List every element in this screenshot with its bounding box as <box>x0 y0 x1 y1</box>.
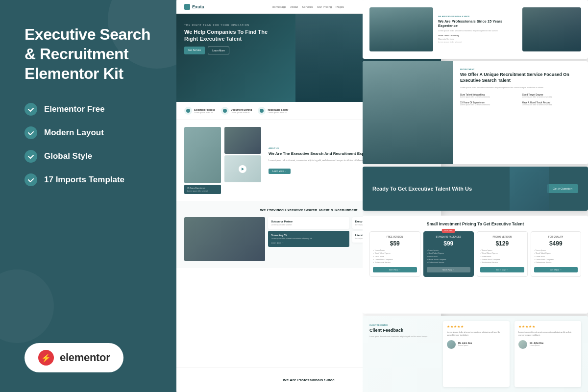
feature-target: Good Target Degree Lorem ipsum dolor sit… <box>522 94 582 98</box>
features-list: Elementor Free Modern Layout Global Styl… <box>24 103 157 186</box>
testimonials-left: CLIENT FEEDBACK Client Feedback Lorem ip… <box>369 321 438 387</box>
pricing-card-standard: POPULAR STANDARD PACKAGES $99 ✓ Lorem Ip… <box>423 231 474 277</box>
author-role-1: Lorem Ipsum <box>458 344 472 346</box>
avatar-1 <box>447 340 456 349</box>
testimonial-author-1: Mr. John Doe Lorem Ipsum <box>447 340 506 349</box>
process-icon-3 <box>258 107 266 115</box>
testimonial-card-2: ★★★★★ Lorem ipsum dolor sit amet consect… <box>514 321 581 387</box>
elementor-logo-icon: ⚡ <box>38 350 54 366</box>
feature-item-2: Modern Layout <box>24 126 157 139</box>
pricing-cards: FREE VERSION $59 ✓ Lorem Ipsum ✓ Good Ta… <box>369 231 581 277</box>
professionals-tag: WE ARE PROFESSIONALS SINCE <box>438 15 517 18</box>
recruitment-img <box>363 61 453 164</box>
right-screenshots: WE ARE PROFESSIONALS SINCE We Are Profes… <box>363 0 588 392</box>
hero-buttons: Get Service Learn More <box>184 47 433 54</box>
service-card-screening: Screening CV Lorem ipsum dolor sit amet … <box>268 231 349 247</box>
quality-plan-btn[interactable]: Get It Now → <box>534 267 578 272</box>
testimonial-card-1: ★★★★★ Lorem ipsum dolor sit amet consect… <box>443 321 510 387</box>
about-img-top <box>224 127 261 154</box>
process-item-3: Negotiable Salary Lorem ipsum dolor sit <box>258 107 288 115</box>
standard-plan-btn[interactable]: Get It Now → <box>427 267 471 272</box>
right-panel: Exuta Homepage About Services Our Pricin… <box>176 0 588 392</box>
recruitment-tag: RECRUITMENT <box>460 68 581 71</box>
cta-button[interactable]: Get A Question <box>547 184 578 193</box>
stars-1: ★★★★★ <box>447 325 506 329</box>
feature-item-4: 17 Imports Template <box>24 173 157 186</box>
professionals-img-2 <box>522 7 581 51</box>
pricing-card-promo: PROMO VERSION $129 ✓ Lorem Ipsum ✓ Good … <box>477 231 528 277</box>
about-img-bottom <box>224 155 261 182</box>
service-hero-img <box>184 217 265 261</box>
testimonials-desc: Lorem ipsum dolor sit amet consectetur a… <box>369 336 438 339</box>
author-role-2: Lorem Ipsum <box>530 344 543 346</box>
check-icon-2 <box>24 126 37 139</box>
good-talent-desc: Lorem ipsum dolor sit amet <box>438 41 517 44</box>
site-logo-icon <box>184 4 190 10</box>
hero-primary-btn[interactable]: Get Service <box>184 47 205 54</box>
hero-secondary-btn[interactable]: Learn More <box>208 47 229 54</box>
years-badge: 15 Years Experience Lorem ipsum dolor si… <box>184 185 221 194</box>
testimonials-title: Client Feedback <box>369 328 438 334</box>
recruitment-content: RECRUITMENT We Offer A Unique Recruitmen… <box>453 61 588 164</box>
professionals-content: WE ARE PROFESSIONALS SINCE We Are Profes… <box>438 15 517 44</box>
service-col-1 <box>184 217 265 261</box>
check-icon-1 <box>24 103 37 116</box>
hero-title: We Help Companies To Find The Right Exec… <box>184 28 282 43</box>
feature-item-3: Global Style <box>24 150 157 163</box>
about-images: 15 Years Experience Lorem ipsum dolor si… <box>184 127 263 194</box>
process-icon-1 <box>184 107 192 115</box>
testimonial-author-2: Mr. John Doe Lorem Ipsum <box>518 340 577 349</box>
elementor-badge: ⚡ elementor <box>24 343 123 372</box>
preview-area: Exuta Homepage About Services Our Pricin… <box>176 0 588 392</box>
professionals-desc: Lorem ipsum dolor sit amet consectetur a… <box>438 29 517 32</box>
pricing-card-free: FREE VERSION $59 ✓ Lorem Ipsum ✓ Good Ta… <box>369 231 420 277</box>
left-panel: Executive Search & Recruitment Elementor… <box>0 0 176 392</box>
service-card-outsource: Outsource Partner Lorem ipsum dolor sit … <box>268 217 349 229</box>
recruitment-desc: Lorem ipsum dolor sit amet consectetur a… <box>460 86 581 89</box>
free-plan-btn[interactable]: Get It Now → <box>373 267 417 272</box>
professionals-title: We Are Professionals Since 15 Years Expe… <box>438 19 517 28</box>
recruitment-section: RECRUITMENT We Offer A Unique Recruitmen… <box>363 61 588 164</box>
testimonials-tag: CLIENT FEEDBACK <box>369 324 438 326</box>
feature-item-1: Elementor Free <box>24 103 157 116</box>
kit-title: Executive Search & Recruitment Elementor… <box>24 24 157 83</box>
pricing-title: Small Investment Pricing To Get Executiv… <box>369 221 581 226</box>
elementor-brand-text: elementor <box>60 351 110 364</box>
hero-subtitle: THE RIGHT TEAM FOR YOUR OPERATION <box>184 24 433 26</box>
standard-features: ✓ Lorem Ipsum ✓ Good Talent Figures ✓ Gr… <box>427 249 471 264</box>
popular-badge: POPULAR <box>442 229 455 233</box>
nav-links: Homepage About Services Our Pricing Page… <box>272 5 344 8</box>
testimonial-text-1: Lorem ipsum dolor sit amet consectetur a… <box>447 331 506 337</box>
feature-track-record: Have A Good Track Record Lorem ipsum dol… <box>522 101 582 106</box>
promo-plan-btn[interactable]: Get It Now → <box>480 267 524 272</box>
about-img-main <box>184 127 221 183</box>
recruitment-features: Sure Talent Networking Lorem ipsum dolor… <box>460 94 581 107</box>
bottom-title: We Are Professionals Since <box>283 378 334 382</box>
testimonials-section: CLIENT FEEDBACK Client Feedback Lorem ip… <box>363 316 588 392</box>
pricing-section: Small Investment Pricing To Get Executiv… <box>363 216 588 314</box>
recruitment-title: We Offer A Unique Recruitment Service Fo… <box>460 72 581 83</box>
service-col-2: Outsource Partner Lorem ipsum dolor sit … <box>268 217 349 261</box>
free-features: ✓ Lorem Ipsum ✓ Good Talent Figures ✓ Gr… <box>373 249 417 264</box>
about-learn-more-btn[interactable]: Learn More → <box>269 169 291 174</box>
process-item-2: Document Sorting Lorem ipsum dolor sit <box>221 107 252 115</box>
person-img-2 <box>522 7 581 51</box>
feature-networking: Sure Talent Networking Lorem ipsum dolor… <box>460 94 519 98</box>
feature-experience: 15 Years Of Experience Lorem ipsum dolor… <box>460 101 519 106</box>
check-icon-4 <box>24 173 37 186</box>
stars-2: ★★★★★ <box>518 325 577 329</box>
quality-features: ✓ Lorem Ipsum ✓ Good Talent Figures ✓ Gr… <box>534 249 578 264</box>
play-button-icon <box>239 165 246 173</box>
check-icon-3 <box>24 150 37 163</box>
cta-title: Ready To Get Executive Talent With Us <box>372 185 472 192</box>
cta-bg-img <box>510 167 549 211</box>
process-item-1: Selection Process Lorem ipsum dolor sit <box>184 107 215 115</box>
site-logo: Exuta <box>184 4 204 10</box>
avatar-2 <box>518 340 527 349</box>
testimonial-text-2: Lorem ipsum dolor sit amet consectetur a… <box>518 331 577 337</box>
cta-section: Ready To Get Executive Talent With Us Ge… <box>363 167 588 211</box>
pricing-card-quality: FOR QUALITY $499 ✓ Lorem Ipsum ✓ Good Ta… <box>531 231 582 277</box>
recruitment-person <box>363 61 453 164</box>
process-icon-2 <box>221 107 229 115</box>
promo-features: ✓ Lorem Ipsum ✓ Good Talent Figures ✓ Gr… <box>480 249 524 264</box>
